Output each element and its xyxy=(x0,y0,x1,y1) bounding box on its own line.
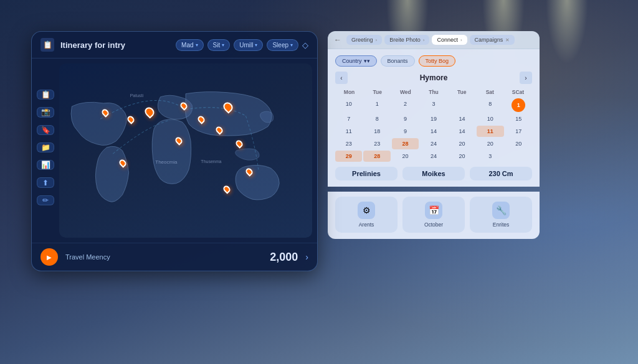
tab-connect[interactable]: Connect › xyxy=(432,35,467,45)
cal-day-highlighted[interactable]: 28 xyxy=(363,151,390,162)
tab-greeting[interactable]: Greeting › xyxy=(346,35,382,45)
map-pin-2[interactable] xyxy=(128,116,134,123)
cal-day[interactable]: 11 xyxy=(335,126,362,137)
enrites-icon: 🔧 xyxy=(492,202,510,219)
cal-prev-button[interactable]: ‹ xyxy=(335,72,348,84)
filter-chip-totty-bog[interactable]: Totty Bog xyxy=(419,55,456,67)
calendar-week-1: 10 1 2 3 8 1 xyxy=(335,98,532,112)
cal-day[interactable]: 20 xyxy=(392,151,419,162)
filter-tab-sleep[interactable]: Sleep ▾ xyxy=(267,39,298,51)
cal-day-highlighted[interactable]: 11 xyxy=(477,126,503,137)
map-bottom-bar: ▶ Travel Meency 2,000 › xyxy=(32,243,317,271)
map-pin-12[interactable] xyxy=(224,185,230,193)
icon-row: ⚙ Arents 📅 October 🔧 Enrites xyxy=(328,192,540,239)
cal-day[interactable]: 15 xyxy=(505,113,532,124)
diamond-icon[interactable]: ◇ xyxy=(302,40,308,50)
icon-btn-enrites-label: Enrites xyxy=(493,222,509,228)
map-pin-7[interactable] xyxy=(198,116,204,123)
cal-day-today[interactable]: 1 xyxy=(512,98,525,112)
cal-day[interactable]: 9 xyxy=(392,113,419,124)
browser-bar: ← Greeting › Breite Photo › Connect › Ca… xyxy=(328,31,540,49)
chevron-right-icon[interactable]: › xyxy=(305,252,308,262)
cal-next-button[interactable]: › xyxy=(520,72,532,84)
filter-chip-country[interactable]: Country ▾▾ xyxy=(335,55,377,67)
cal-day[interactable]: 18 xyxy=(363,126,390,137)
filter-bar: Country ▾▾ Bonants Totty Bog xyxy=(335,55,532,67)
stat-prelinies: Prelinies xyxy=(335,167,398,180)
map-pin-8[interactable] xyxy=(224,102,232,112)
left-panel-header: 📋 Itinerary for intry Mad ▾ Sit ▾ Umill … xyxy=(32,32,317,58)
map-pin-1[interactable] xyxy=(102,109,108,116)
tab-campaigns[interactable]: Campaigns ✕ xyxy=(470,35,515,45)
map-pin-9[interactable] xyxy=(216,126,222,134)
cal-day[interactable]: 20 xyxy=(505,138,532,149)
bottom-label: Travel Meency xyxy=(65,253,262,261)
sidebar-folder-icon[interactable]: 📁 xyxy=(37,142,54,152)
cal-day[interactable]: 8 xyxy=(477,98,503,112)
stat-cm: 230 Cm xyxy=(470,167,532,180)
sidebar-camera-icon[interactable]: 📸 xyxy=(37,107,54,117)
stats-row: Prelinies Moikes 230 Cm xyxy=(335,167,532,180)
cal-day[interactable]: 20 xyxy=(449,151,475,162)
icon-btn-arents[interactable]: ⚙ Arents xyxy=(335,197,398,233)
sidebar-upload-icon[interactable]: ⬆ xyxy=(37,177,54,187)
icon-btn-enrites[interactable]: 🔧 Enrites xyxy=(470,197,532,233)
map-area: Theocmia Thusenma Patusti xyxy=(59,63,312,238)
cal-day[interactable]: 14 xyxy=(420,126,447,137)
filter-tab-sit[interactable]: Sit ▾ xyxy=(207,39,231,51)
calendar-week-5: 29 28 20 24 20 3 xyxy=(335,151,532,162)
cal-day[interactable]: 20 xyxy=(477,138,503,149)
sidebar-edit-icon[interactable]: ✏ xyxy=(37,195,54,205)
cal-day-highlighted[interactable]: 28 xyxy=(392,138,419,149)
calendar-week-2: 7 8 9 19 14 10 15 xyxy=(335,113,532,124)
back-button[interactable]: ← xyxy=(334,35,341,44)
sidebar-clipboard-icon[interactable]: 📋 xyxy=(37,90,54,100)
left-sidebar: 📋 📸 🔖 📁 📊 ⬆ ✏ xyxy=(37,90,54,205)
cal-day[interactable]: 9 xyxy=(392,126,419,137)
cal-day xyxy=(449,98,475,112)
icon-btn-arents-label: Arents xyxy=(359,222,374,228)
cal-day[interactable]: 3 xyxy=(477,151,503,162)
cal-day[interactable]: 19 xyxy=(420,113,447,124)
cal-day[interactable]: 23 xyxy=(335,138,362,149)
icon-btn-october-label: October xyxy=(424,222,443,228)
calendar-week-4: 23 23 28 24 20 20 20 xyxy=(335,138,532,149)
cal-day[interactable]: 2 xyxy=(392,98,419,112)
cal-day[interactable]: 23 xyxy=(363,138,390,149)
cal-day-highlighted[interactable]: 29 xyxy=(335,151,362,162)
filter-tab-umill[interactable]: Umill ▾ xyxy=(234,39,263,51)
cal-day[interactable]: 14 xyxy=(449,126,475,137)
cal-day[interactable]: 20 xyxy=(449,138,475,149)
sidebar-chart-icon[interactable]: 📊 xyxy=(37,160,54,170)
tab-breite-photo[interactable]: Breite Photo › xyxy=(384,35,429,45)
cal-day[interactable]: 3 xyxy=(420,98,447,112)
cal-day xyxy=(505,151,532,162)
map-pin-5[interactable] xyxy=(181,102,187,110)
play-button[interactable]: ▶ xyxy=(40,248,58,266)
icon-btn-october[interactable]: 📅 October xyxy=(402,197,465,233)
filter-tabs: Mad ▾ Sit ▾ Umill ▾ Sleep ▾ ◇ xyxy=(176,39,308,51)
cal-day[interactable]: 10 xyxy=(335,98,362,112)
filter-tab-mad[interactable]: Mad ▾ xyxy=(176,39,203,51)
cal-day[interactable]: 8 xyxy=(363,113,390,124)
cal-day[interactable]: 17 xyxy=(505,126,532,137)
map-pin-10[interactable] xyxy=(236,140,242,147)
map-pin-11[interactable] xyxy=(246,168,252,175)
cal-day[interactable]: 24 xyxy=(420,151,447,162)
arents-icon: ⚙ xyxy=(358,202,375,219)
calendar-card: Country ▾▾ Bonants Totty Bog ‹ Hymore › … xyxy=(328,49,540,187)
map-pin-4[interactable] xyxy=(120,159,126,167)
sidebar-bookmark-icon[interactable]: 🔖 xyxy=(37,125,54,135)
calendar-day-names: Mon Tue Wed Thu Tue Sat SCat xyxy=(335,88,532,96)
cal-day[interactable]: 7 xyxy=(335,113,362,124)
stat-moikes: Moikes xyxy=(402,167,465,180)
cal-day[interactable]: 24 xyxy=(420,138,447,149)
cal-day[interactable]: 10 xyxy=(477,113,503,124)
tab-close-icon[interactable]: ✕ xyxy=(505,37,510,43)
filter-chip-bonants[interactable]: Bonants xyxy=(381,55,415,67)
october-icon: 📅 xyxy=(425,202,442,219)
map-pin-3[interactable] xyxy=(145,107,154,117)
cal-day[interactable]: 1 xyxy=(363,98,390,112)
map-pin-6[interactable] xyxy=(176,137,182,144)
cal-day[interactable]: 14 xyxy=(449,113,475,124)
